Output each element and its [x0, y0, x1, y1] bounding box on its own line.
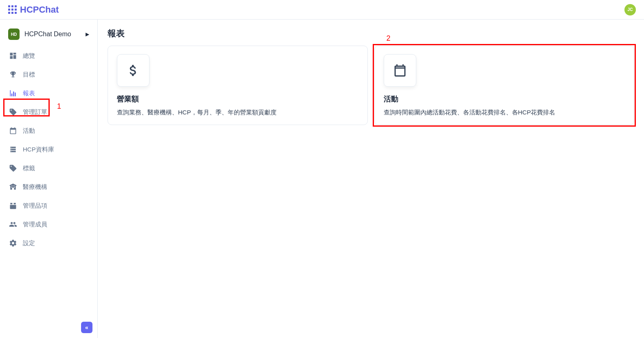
- report-cards: 營業額 查詢業務、醫療機構、HCP，每月、季、年的營業額貢獻度 2 活動 查詢時…: [108, 46, 634, 125]
- ticket-icon: [9, 108, 17, 116]
- package-icon: [9, 202, 17, 210]
- people-icon: [9, 220, 17, 228]
- card-wrapper-events: 2 活動 查詢時間範圍內總活動花費、各活動花費排名、各HCP花費排名: [374, 46, 635, 125]
- trophy-icon: [9, 70, 17, 79]
- card-description: 查詢時間範圍內總活動花費、各活動花費排名、各HCP花費排名: [384, 109, 625, 116]
- sidebar-item-goals[interactable]: 目標: [0, 65, 97, 84]
- app-logo[interactable]: HCPChat: [8, 4, 59, 15]
- sidebar-item-label: 管理訂單: [23, 108, 47, 116]
- sidebar-item-institutions[interactable]: 醫療機構: [0, 178, 97, 196]
- annotation-label-2: 2: [387, 34, 391, 43]
- sidebar-item-tags[interactable]: 標籤: [0, 159, 97, 178]
- sidebar-item-label: 總覽: [23, 52, 35, 60]
- card-icon-box: [384, 54, 416, 87]
- app-header: HCPChat JC: [0, 0, 644, 20]
- annotation-label-1: 1: [57, 102, 61, 111]
- sidebar-collapse-button[interactable]: «: [81, 322, 92, 333]
- app-name: HCPChat: [20, 4, 59, 15]
- sidebar-item-label: 目標: [23, 71, 35, 79]
- user-avatar[interactable]: JC: [624, 4, 636, 15]
- sidebar-item-orders[interactable]: 管理訂單: [0, 103, 97, 121]
- sidebar-item-events[interactable]: 活動: [0, 121, 97, 140]
- main-content: 報表 營業額 查詢業務、醫療機構、HCP，每月、季、年的營業額貢獻度 2 活動 …: [98, 20, 644, 338]
- sidebar-item-members[interactable]: 管理成員: [0, 215, 97, 234]
- report-card-revenue[interactable]: 營業額 查詢業務、醫療機構、HCP，每月、季、年的營業額貢獻度: [108, 46, 368, 125]
- gear-icon: [9, 239, 17, 247]
- sidebar-item-label: 管理成員: [23, 221, 47, 228]
- dollar-icon: [126, 63, 141, 78]
- sidebar-item-label: 標籤: [23, 165, 35, 172]
- card-description: 查詢業務、醫療機構、HCP，每月、季、年的營業額貢獻度: [117, 109, 358, 116]
- avatar-initials: JC: [628, 7, 633, 12]
- workspace-badge: HD: [8, 29, 20, 40]
- sidebar-item-label: 報表: [23, 90, 35, 97]
- calendar-icon: [393, 63, 407, 78]
- sidebar-item-label: HCP資料庫: [23, 146, 54, 154]
- sidebar-item-overview[interactable]: 總覽: [0, 46, 97, 65]
- sidebar-item-settings[interactable]: 設定: [0, 234, 97, 252]
- caret-right-icon: ▶: [86, 31, 89, 37]
- database-icon: [9, 145, 17, 154]
- card-icon-box: [117, 54, 149, 87]
- sidebar-item-hcp-database[interactable]: HCP資料庫: [0, 140, 97, 159]
- sidebar-item-reports[interactable]: 報表: [0, 84, 97, 103]
- chart-icon: [9, 89, 17, 97]
- workspace-selector[interactable]: HD HCPChat Demo ▶: [0, 25, 97, 46]
- card-title: 營業額: [117, 94, 358, 104]
- page-title: 報表: [108, 28, 634, 39]
- report-card-events[interactable]: 活動 查詢時間範圍內總活動花費、各活動花費排名、各HCP花費排名: [374, 46, 635, 125]
- card-title: 活動: [384, 94, 625, 104]
- sidebar-item-label: 活動: [23, 127, 35, 135]
- nav-list: 總覽 目標 報表 管理訂單: [0, 46, 97, 252]
- sidebar-item-products[interactable]: 管理品項: [0, 196, 97, 215]
- hospital-icon: [9, 183, 17, 191]
- sidebar-item-label: 醫療機構: [23, 183, 47, 191]
- workspace-name: HCPChat Demo: [24, 31, 81, 38]
- dashboard-icon: [9, 52, 17, 60]
- sidebar-item-label: 設定: [23, 239, 35, 247]
- logo-grid-icon: [8, 5, 17, 14]
- sidebar-item-label: 管理品項: [23, 202, 47, 210]
- calendar-icon: [9, 127, 17, 135]
- sidebar: 1 HD HCPChat Demo ▶ 總覽 目標: [0, 20, 98, 338]
- chevron-double-left-icon: «: [85, 324, 88, 331]
- tag-icon: [9, 164, 17, 172]
